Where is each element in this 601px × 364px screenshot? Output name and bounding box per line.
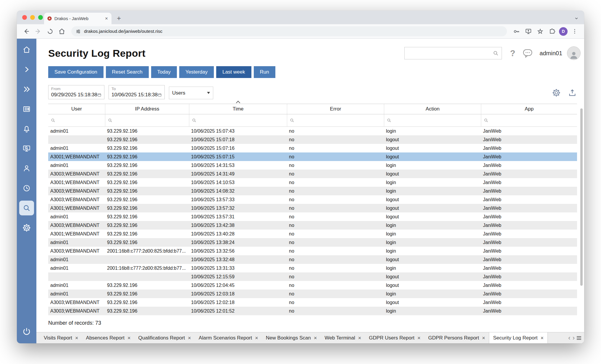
table-row[interactable]: admin0193.229.92.19610/06/2025 15:07:16n…	[48, 144, 577, 152]
column-header-error[interactable]: Error	[287, 104, 384, 114]
password-key-icon[interactable]	[511, 26, 522, 37]
column-filter-input-error[interactable]	[287, 114, 384, 126]
table-row[interactable]: admin0193.229.92.19610/06/2025 12:03:18n…	[48, 290, 577, 298]
close-icon[interactable]: ×	[358, 335, 361, 341]
table-row[interactable]: A3001;WEBMANDANT93.229.92.19610/06/2025 …	[48, 152, 577, 161]
tab-list-icon[interactable]	[577, 336, 581, 340]
table-row[interactable]: 93.229.92.19610/06/2025 15:07:18nologout…	[48, 135, 577, 144]
table-row[interactable]: A3003;WEBMANDANT93.229.92.19610/06/2025 …	[48, 170, 577, 178]
bottom-tab-new-bookings-scan[interactable]: New Bookings Scan×	[262, 332, 321, 343]
bottom-tab-qualifications-report[interactable]: Qualifications Report×	[135, 332, 195, 343]
sidebar-item-monitor-search[interactable]	[19, 141, 34, 156]
new-tab-button[interactable]: +	[114, 13, 124, 23]
back-button[interactable]	[21, 26, 32, 37]
help-icon[interactable]: ?	[510, 48, 516, 58]
toolbar-button-run[interactable]: Run	[254, 66, 275, 78]
scrollbar-thumb[interactable]	[580, 108, 583, 286]
column-filter-input-time[interactable]	[189, 114, 287, 126]
table-row[interactable]: A3003;WEBMANDANT93.229.92.19610/06/2025 …	[48, 307, 577, 315]
bottom-tab-visits-report[interactable]: Visits Report×	[40, 332, 82, 343]
table-row[interactable]: A3001;WEBMANDANT93.229.92.19610/06/2025 …	[48, 178, 577, 187]
from-date-field[interactable]: From 09/29/2025 15:18:38	[48, 85, 104, 99]
table-row[interactable]: admin0193.229.92.19610/06/2025 14:31:53n…	[48, 161, 577, 170]
table-settings-gear-icon[interactable]	[552, 88, 561, 98]
install-app-icon[interactable]	[523, 26, 534, 37]
bookmark-star-icon[interactable]	[535, 26, 545, 37]
extensions-icon[interactable]	[547, 26, 557, 37]
scroll-tabs-left-icon[interactable]: ‹	[568, 335, 570, 341]
chat-icon[interactable]	[522, 48, 533, 58]
tab-search-chevron-icon[interactable]	[573, 15, 579, 21]
table-row[interactable]: admin0193.229.92.19610/06/2025 13:38:24n…	[48, 238, 577, 247]
column-header-user[interactable]: User	[48, 104, 105, 114]
column-header-action[interactable]: Action	[384, 104, 481, 114]
sidebar-item-settings[interactable]	[19, 220, 34, 235]
column-filter-input-user[interactable]	[48, 114, 105, 126]
toolbar-button-yesterday[interactable]: Yesterday	[179, 66, 214, 78]
table-row[interactable]: A3003;WEBMANDANT93.229.92.19610/06/2025 …	[48, 221, 577, 230]
calendar-icon[interactable]	[97, 92, 101, 98]
browser-menu-icon[interactable]	[569, 26, 580, 37]
export-icon[interactable]	[568, 88, 577, 98]
table-row[interactable]: admin012001:16b8:c777:2d00:825:bfdd:b77.…	[48, 264, 577, 272]
sidebar-item-log-search[interactable]	[19, 201, 34, 215]
bottom-tab-gdpr-persons-report[interactable]: GDPR Persons Report×	[424, 332, 489, 343]
url-bar[interactable]: drakos.janicloud.de/janiweb/outest.risc	[71, 26, 507, 36]
minimize-window-button[interactable]	[30, 15, 35, 20]
table-row[interactable]: admin0110/06/2025 13:32:48nologoutJaniWe…	[48, 255, 577, 264]
toolbar-button-today[interactable]: Today	[151, 66, 177, 78]
header-search-input[interactable]	[404, 47, 502, 59]
reload-button[interactable]	[45, 26, 55, 37]
close-icon[interactable]: ×	[127, 335, 131, 341]
bottom-tab-alarm-scenarios-report[interactable]: Alarm Scenarios Report×	[195, 332, 262, 343]
scroll-tabs-right-icon[interactable]: ›	[573, 335, 575, 341]
toolbar-button-reset-search[interactable]: Reset Search	[106, 66, 149, 78]
close-icon[interactable]: ×	[188, 335, 191, 341]
column-header-time[interactable]: Time	[189, 104, 287, 114]
close-icon[interactable]: ×	[255, 335, 258, 341]
column-filter-input-app[interactable]	[481, 114, 577, 126]
table-row[interactable]: A3003;WEBMANDANT93.229.92.19610/06/2025 …	[48, 187, 577, 195]
table-row[interactable]: admin0193.229.92.19610/06/2025 13:57:31n…	[48, 212, 577, 221]
table-scrollbar[interactable]	[580, 104, 583, 332]
report-type-select[interactable]: Users	[169, 87, 213, 99]
table-row[interactable]: admin0193.229.92.19610/06/2025 15:07:43n…	[48, 127, 577, 135]
table-row[interactable]: A3001;WEBMANDANT93.229.92.19610/06/2025 …	[48, 204, 577, 212]
toolbar-button-save-configuration[interactable]: Save Configuration	[48, 66, 104, 78]
to-date-field[interactable]: To 10/06/2025 15:18:38	[109, 85, 165, 99]
sidebar-item-time[interactable]	[19, 181, 34, 196]
close-icon[interactable]: ×	[541, 335, 544, 341]
table-row[interactable]: A3001;WEBMANDANT93.229.92.19610/06/2025 …	[48, 230, 577, 238]
sidebar-item-persons[interactable]	[19, 161, 34, 176]
toolbar-button-last-week[interactable]: Last week	[216, 66, 251, 78]
site-settings-icon[interactable]	[75, 29, 81, 34]
column-filter-input-action[interactable]	[384, 114, 481, 126]
table-row[interactable]: A3003;WEBMANDANT93.229.92.19610/06/2025 …	[48, 298, 577, 307]
forward-button[interactable]	[33, 26, 43, 37]
zoom-window-button[interactable]	[38, 15, 43, 20]
close-icon[interactable]: ×	[75, 335, 78, 341]
table-row[interactable]: A3003;WEBMANDANT93.229.92.19610/06/2025 …	[48, 195, 577, 204]
close-icon[interactable]: ×	[482, 335, 485, 341]
sidebar-item-double-chevron[interactable]	[19, 82, 34, 97]
column-filter-input-ip-address[interactable]	[105, 114, 189, 126]
close-icon[interactable]: ×	[417, 335, 421, 341]
tab-close-icon[interactable]: ×	[104, 16, 109, 21]
browser-tab[interactable]: Drakos - JaniWeb ×	[44, 13, 112, 24]
user-avatar[interactable]	[567, 46, 581, 60]
sidebar-item-logout[interactable]	[19, 324, 34, 339]
browser-profile-avatar[interactable]: D	[559, 27, 568, 36]
table-row[interactable]: A3003;WEBMANDANT2001:16b8:c777:2d00:825:…	[48, 247, 577, 255]
table-row[interactable]: 10/06/2025 12:15:59nologoutJaniWeb	[48, 272, 577, 281]
column-header-ip-address[interactable]: IP Address	[105, 104, 189, 114]
sidebar-item-home[interactable]	[19, 42, 34, 57]
column-header-app[interactable]: App	[481, 104, 577, 114]
bottom-tab-web-terminal[interactable]: Web Terminal×	[321, 332, 365, 343]
sidebar-item-alarms[interactable]	[19, 121, 34, 136]
calendar-icon[interactable]	[158, 92, 162, 98]
sidebar-item-chevron[interactable]	[19, 62, 34, 77]
home-button[interactable]	[56, 26, 67, 37]
sidebar-item-news[interactable]	[19, 102, 34, 116]
bottom-tab-security-log-report[interactable]: Security Log Report×	[489, 332, 548, 343]
bottom-tab-absences-report[interactable]: Absences Report×	[82, 332, 135, 343]
